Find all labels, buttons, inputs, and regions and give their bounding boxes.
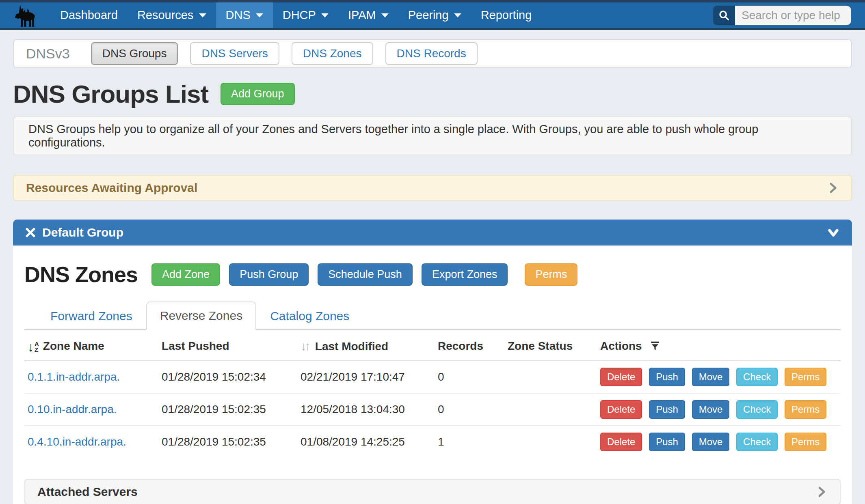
add-group-button[interactable]: Add Group xyxy=(221,83,295,105)
subnav-dns-servers-button[interactable]: DNS Servers xyxy=(190,42,279,65)
actions-cell: Delete Push Move Check Perms xyxy=(597,361,841,393)
chevron-right-icon[interactable] xyxy=(827,182,839,194)
sort-updown-icon[interactable]: ↓↑ xyxy=(301,339,309,353)
move-button[interactable]: Move xyxy=(692,433,730,451)
zone-link[interactable]: 0.10.in-addr.arpa. xyxy=(28,403,117,416)
nav-menu: Dashboard Resources DNS DHCP IPAM Peerin… xyxy=(50,2,541,28)
zones-table: ↓ A Z Zone Name Last Pushed xyxy=(24,330,841,458)
nav-item-dashboard[interactable]: Dashboard xyxy=(50,2,128,28)
caret-down-icon xyxy=(321,13,329,17)
caret-down-icon xyxy=(199,13,206,17)
nav-label: Reporting xyxy=(481,9,532,22)
page-title: DNS Groups List xyxy=(13,80,208,108)
page-title-row: DNS Groups List Add Group xyxy=(13,80,852,108)
nav-item-ipam[interactable]: IPAM xyxy=(338,2,398,28)
last-modified-cell: 12/05/2018 13:04:30 xyxy=(297,393,435,426)
subnav-dns-zones-button[interactable]: DNS Zones xyxy=(292,42,373,65)
default-group-body: DNS Zones Add Zone Push Group Schedule P… xyxy=(13,246,852,504)
records-cell: 0 xyxy=(435,361,504,393)
zone-status-cell xyxy=(504,393,597,426)
col-header-records: Records xyxy=(435,330,504,361)
zone-status-cell xyxy=(504,426,597,458)
subnav-dns-records-button[interactable]: DNS Records xyxy=(385,42,478,65)
col-header-last-pushed: Last Pushed xyxy=(158,330,297,361)
push-button[interactable]: Push xyxy=(649,400,685,419)
caret-down-icon xyxy=(381,13,389,17)
chevron-down-icon[interactable] xyxy=(827,226,840,239)
col-header-zone-name[interactable]: ↓ A Z Zone Name xyxy=(24,330,158,361)
table-header-row: ↓ A Z Zone Name Last Pushed xyxy=(24,330,841,361)
tab-reverse-zones[interactable]: Reverse Zones xyxy=(146,302,256,330)
nav-item-peering[interactable]: Peering xyxy=(398,2,471,28)
default-group-header[interactable]: Default Group xyxy=(13,220,852,246)
subnav-dns-groups-button[interactable]: DNS Groups xyxy=(91,42,178,65)
attached-servers-panel[interactable]: Attached Servers xyxy=(24,479,841,504)
remove-group-icon[interactable] xyxy=(25,227,36,238)
top-navbar: Dashboard Resources DNS DHCP IPAM Peerin… xyxy=(0,0,865,30)
table-row: 0.10.in-addr.arpa. 01/28/2019 15:02:35 1… xyxy=(24,393,841,426)
push-group-button[interactable]: Push Group xyxy=(229,263,309,286)
last-pushed-cell: 01/28/2019 15:02:35 xyxy=(158,393,297,426)
search-input[interactable] xyxy=(735,6,851,25)
nav-item-reporting[interactable]: Reporting xyxy=(471,2,542,28)
schedule-push-button[interactable]: Schedule Push xyxy=(318,263,413,286)
nav-label: Peering xyxy=(408,9,449,22)
moose-icon xyxy=(11,4,38,27)
table-row: 0.1.1.in-addr.arpa. 01/28/2019 15:02:34 … xyxy=(24,361,841,393)
last-modified-cell: 02/21/2019 17:10:47 xyxy=(297,361,435,393)
actions-cell: Delete Push Move Check Perms xyxy=(597,393,841,426)
zones-tab-bar: Forward Zones Reverse Zones Catalog Zone… xyxy=(24,302,841,330)
nav-label: IPAM xyxy=(348,9,376,22)
tab-forward-zones[interactable]: Forward Zones xyxy=(37,302,146,330)
records-cell: 0 xyxy=(435,393,504,426)
perms-button[interactable]: Perms xyxy=(785,368,826,386)
delete-button[interactable]: Delete xyxy=(600,433,642,451)
last-pushed-cell: 01/28/2019 15:02:34 xyxy=(158,361,297,393)
chevron-right-icon[interactable] xyxy=(815,486,828,498)
nav-label: Resources xyxy=(137,9,194,22)
nav-label: DNS xyxy=(226,9,251,22)
caret-down-icon xyxy=(256,13,263,17)
search-button[interactable] xyxy=(713,6,735,25)
group-perms-button[interactable]: Perms xyxy=(525,263,577,286)
resources-awaiting-approval-panel[interactable]: Resources Awaiting Approval xyxy=(13,175,852,201)
dnsv3-label: DNSv3 xyxy=(26,46,70,62)
perms-button[interactable]: Perms xyxy=(785,433,826,451)
nav-item-dns[interactable]: DNS xyxy=(216,2,273,28)
check-button[interactable]: Check xyxy=(736,433,778,451)
check-button[interactable]: Check xyxy=(736,368,778,386)
filter-icon[interactable] xyxy=(650,340,660,351)
zone-link[interactable]: 0.4.10.in-addr.arpa. xyxy=(28,435,126,448)
col-header-actions[interactable]: Actions xyxy=(597,330,841,361)
nav-item-resources[interactable]: Resources xyxy=(128,2,216,28)
description-text: DNS Groups help you to organize all of y… xyxy=(28,123,837,149)
add-zone-button[interactable]: Add Zone xyxy=(151,263,220,286)
zone-link[interactable]: 0.1.1.in-addr.arpa. xyxy=(28,370,120,383)
group-title: Default Group xyxy=(42,226,123,239)
actions-cell: Delete Push Move Check Perms xyxy=(597,426,841,458)
push-button[interactable]: Push xyxy=(649,368,685,386)
zone-status-cell xyxy=(504,361,597,393)
push-button[interactable]: Push xyxy=(649,433,685,451)
nav-item-dhcp[interactable]: DHCP xyxy=(273,2,338,28)
nav-label: Dashboard xyxy=(60,9,118,22)
col-header-zone-status: Zone Status xyxy=(504,330,597,361)
perms-button[interactable]: Perms xyxy=(785,400,826,419)
delete-button[interactable]: Delete xyxy=(600,400,642,419)
sort-alpha-icon[interactable]: ↓ A Z xyxy=(28,341,39,353)
default-group-panel: Default Group DNS Zones Add Zone Push Gr… xyxy=(13,220,852,504)
check-button[interactable]: Check xyxy=(736,400,778,419)
move-button[interactable]: Move xyxy=(692,368,730,386)
col-header-last-modified[interactable]: ↓↑ Last Modified xyxy=(297,330,435,361)
table-row: 0.4.10.in-addr.arpa. 01/28/2019 15:02:35… xyxy=(24,426,841,458)
last-pushed-cell: 01/28/2019 15:02:35 xyxy=(158,426,297,458)
moose-logo[interactable] xyxy=(11,4,38,27)
search-icon xyxy=(718,10,730,21)
move-button[interactable]: Move xyxy=(692,400,730,419)
description-panel: DNS Groups help you to organize all of y… xyxy=(13,116,852,155)
delete-button[interactable]: Delete xyxy=(600,368,642,386)
approval-panel-title: Resources Awaiting Approval xyxy=(26,181,197,195)
export-zones-button[interactable]: Export Zones xyxy=(422,263,508,286)
nav-label: DHCP xyxy=(283,9,316,22)
tab-catalog-zones[interactable]: Catalog Zones xyxy=(256,302,363,330)
